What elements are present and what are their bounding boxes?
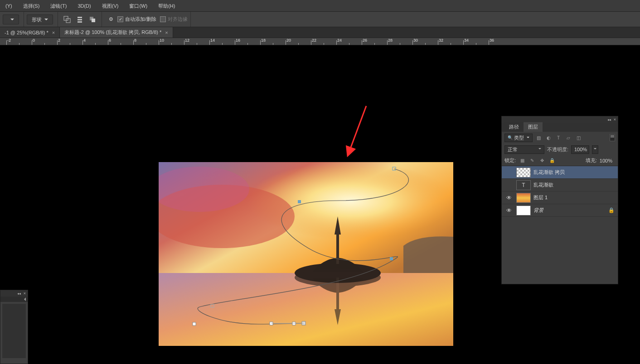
lock-position-icon[interactable]: ✥ [538, 158, 546, 163]
menu-item[interactable]: 滤镜(T) [45, 0, 72, 12]
svg-line-27 [349, 106, 366, 152]
close-icon[interactable]: × [165, 30, 168, 35]
menu-item[interactable]: 选择(S) [18, 0, 45, 12]
svg-rect-2 [78, 17, 82, 18]
gear-icon[interactable]: ⚙ [106, 14, 116, 24]
ruler-label: 4 [83, 38, 86, 43]
ruler-label: 30 [413, 38, 418, 43]
lock-transparent-icon[interactable]: ▦ [519, 158, 526, 163]
filter-shape-icon[interactable]: ▱ [564, 134, 572, 141]
lock-all-icon[interactable]: 🔒 [548, 158, 556, 163]
layer-thumbnail[interactable] [516, 193, 531, 203]
layer-row[interactable]: 👁背景🔒 [502, 204, 618, 217]
doc-tab[interactable]: -1 @ 25%(RGB/8) * × [0, 27, 60, 38]
svg-rect-11 [159, 273, 453, 346]
menu-item[interactable]: 帮助(H) [153, 0, 180, 12]
ruler-label: 12 [185, 38, 189, 43]
filter-pixel-icon[interactable]: ▧ [534, 134, 543, 141]
svg-rect-22 [193, 322, 196, 326]
close-icon[interactable]: × [614, 117, 616, 122]
ruler-label: 0 [33, 38, 35, 43]
layer-filter-row: 类型 ▧ ◐ T ▱ ◫ [502, 132, 618, 144]
visibility-toggle[interactable]: 👁 [504, 195, 514, 201]
layer-row[interactable]: 乱花渐欲 拷贝 [502, 166, 618, 179]
align-edges-label: 对齐边缘 [168, 16, 188, 23]
opacity-stepper[interactable] [592, 145, 598, 154]
ruler-label: 2 [58, 38, 60, 43]
doc-tab-label: -1 @ 25%(RGB/8) * [5, 30, 48, 35]
blend-opacity-row: 正常 不透明度: 100% [502, 144, 618, 155]
align-edges-checkbox[interactable] [160, 16, 166, 22]
panel-header[interactable]: ◂◂ × [0, 290, 28, 297]
menu-item[interactable]: (Y) [0, 0, 18, 12]
svg-rect-20 [390, 257, 393, 260]
menu-bar: (Y) 选择(S) 滤镜(T) 3D(D) 视图(V) 窗口(W) 帮助(H) [0, 0, 640, 12]
blend-mode-dropdown[interactable]: 正常 [504, 145, 544, 154]
layer-thumbnail[interactable] [516, 206, 531, 216]
tab-layers[interactable]: 图层 [524, 122, 543, 132]
close-icon[interactable]: × [24, 291, 26, 296]
ruler-label: 10 [160, 38, 164, 43]
filter-toggle[interactable] [610, 134, 615, 141]
filter-type-dropdown[interactable]: 类型 [504, 134, 533, 142]
auto-add-delete-checkbox[interactable] [117, 16, 123, 22]
opacity-label: 不透明度: [547, 146, 568, 153]
lock-fill-row: 锁定: ▦ ✎ ✥ 🔒 填充: 100% [502, 155, 618, 166]
auto-add-delete-label: 自动添加/删除 [125, 16, 156, 23]
layer-row[interactable]: T乱花渐欲 [502, 179, 618, 192]
layer-name[interactable]: 背景 [533, 207, 608, 214]
layer-name[interactable]: 乱花渐欲 [533, 182, 608, 188]
opacity-value[interactable]: 100% [571, 145, 589, 154]
fill-label: 填充: [586, 157, 597, 164]
tab-paths[interactable]: 路径 [504, 122, 524, 132]
filter-text-icon[interactable]: T [554, 134, 562, 141]
ruler-label: 36 [490, 38, 494, 43]
fill-value[interactable]: 100% [600, 158, 612, 163]
layers-panel: ◂◂ × 路径 图层 类型 ▧ ◐ T ▱ ◫ 正常 不透明度: 100% 锁定… [501, 116, 618, 284]
panel-tabs: 路径 图层 [502, 123, 618, 132]
path-combine-icon[interactable] [62, 14, 72, 24]
menu-item[interactable]: 3D(D) [72, 0, 96, 12]
close-icon[interactable]: × [52, 30, 55, 35]
ruler-label: 8 [134, 38, 136, 43]
panel-header[interactable]: ◂◂ × [502, 116, 618, 123]
ruler-label: 6 [109, 38, 111, 43]
path-arrange-icon[interactable] [87, 14, 97, 24]
menu-item[interactable]: 窗口(W) [124, 0, 153, 12]
lock-label: 锁定: [504, 157, 516, 164]
ruler-label: 22 [312, 38, 316, 43]
panel-body [2, 304, 26, 358]
menu-item[interactable]: 视图(V) [97, 0, 124, 12]
collapse-icon[interactable]: ◂◂ [17, 292, 21, 296]
ruler-label: 28 [388, 38, 393, 43]
filter-adjust-icon[interactable]: ◐ [544, 134, 553, 141]
annotation-arrow [344, 103, 372, 158]
layer-row[interactable]: 👁图层 1 [502, 192, 618, 204]
ruler-label: 26 [363, 38, 367, 43]
layer-thumbnail[interactable]: T [516, 180, 531, 190]
collapse-icon[interactable]: ◂◂ [607, 118, 611, 122]
ruler-label: -2 [7, 38, 11, 43]
svg-rect-16 [336, 278, 339, 309]
lock-icon: 🔒 [608, 207, 615, 213]
ruler-label: 24 [337, 38, 342, 43]
layer-name[interactable]: 乱花渐欲 拷贝 [533, 169, 608, 176]
ruler-label: 18 [261, 38, 266, 43]
tool-preset-dropdown[interactable] [3, 14, 19, 24]
lock-image-icon[interactable]: ✎ [528, 158, 536, 163]
layer-name[interactable]: 图层 1 [533, 194, 608, 201]
filter-smart-icon[interactable]: ◫ [574, 134, 582, 141]
svg-rect-4 [78, 21, 82, 23]
panel-flyout-toggle[interactable] [0, 297, 28, 302]
path-align-icon[interactable] [75, 14, 85, 24]
layer-thumbnail[interactable] [516, 168, 531, 177]
document-tabs: -1 @ 25%(RGB/8) * × 未标题-2 @ 100% (乱花渐欲 拷… [0, 27, 640, 38]
doc-tab[interactable]: 未标题-2 @ 100% (乱花渐欲 拷贝, RGB/8) * × [60, 27, 173, 38]
canvas-image [159, 162, 453, 346]
svg-rect-3 [78, 19, 82, 20]
visibility-toggle[interactable]: 👁 [504, 207, 514, 214]
horizontal-ruler[interactable]: -2024681012141618202224262830323436 [0, 38, 640, 45]
ruler-label: 34 [464, 38, 469, 43]
ruler-label: 14 [210, 38, 215, 43]
tool-mode-dropdown[interactable]: 形状 [27, 14, 53, 24]
